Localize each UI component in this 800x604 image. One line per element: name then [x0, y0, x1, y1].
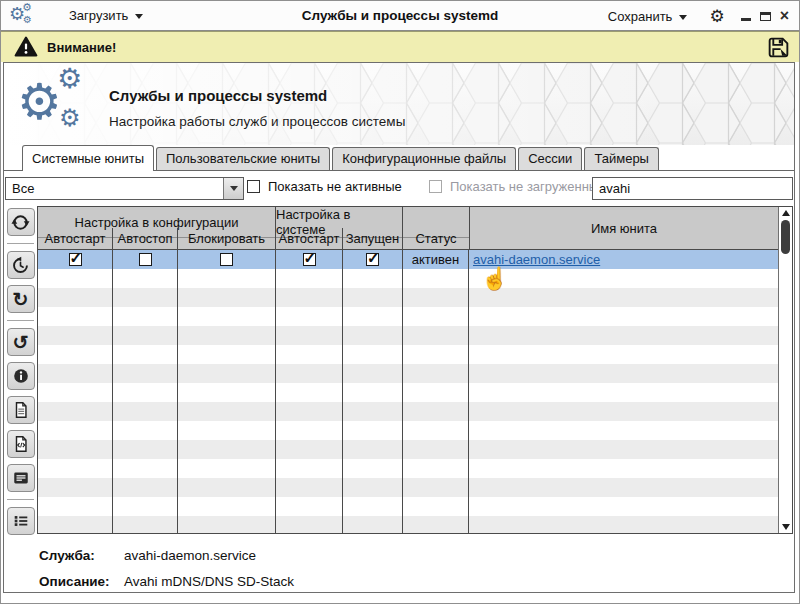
status-cell: [403, 345, 469, 364]
source-button[interactable]: [7, 430, 35, 458]
status-cell: [403, 421, 469, 440]
checkbox-label: Показать не загруженные: [450, 179, 605, 194]
description-label: Описание:: [39, 574, 124, 589]
status-cell: [403, 440, 469, 459]
list-button[interactable]: [7, 507, 35, 535]
table-row[interactable]: активенavahi-daemon.service: [38, 250, 778, 269]
checkbox-box: [429, 180, 442, 193]
table-row: [38, 364, 778, 383]
unit-name-cell: [469, 326, 778, 345]
column-header-running[interactable]: Запущен: [343, 228, 403, 249]
status-cell: [403, 516, 469, 533]
chevron-down-icon: [679, 15, 687, 20]
minimize-button[interactable]: [741, 18, 751, 21]
table-row: [38, 497, 778, 516]
unit-name-cell: [469, 459, 778, 478]
scroll-up-button[interactable]: [779, 207, 792, 219]
triangle-down-icon: [782, 524, 790, 530]
undo-icon: ↺: [13, 333, 29, 352]
unit-name-cell: [469, 402, 778, 421]
table-row: [38, 326, 778, 345]
gear-icon: ⚙: [59, 106, 81, 130]
unit-name-cell: [469, 269, 778, 288]
table-header: Настройка в конфигурации Настройка в сис…: [38, 207, 778, 250]
column-header-autostart-config[interactable]: Автостарт: [38, 228, 113, 249]
units-table: Настройка в конфигурации Настройка в сис…: [37, 206, 793, 534]
autostart-config-checkbox[interactable]: [69, 253, 82, 266]
column-header-status[interactable]: Статус: [403, 228, 469, 249]
close-button[interactable]: ×: [780, 8, 789, 24]
checkbox-label: Показать не активные: [268, 179, 402, 194]
info-button[interactable]: [7, 362, 35, 390]
unit-name-link[interactable]: avahi-daemon.service: [473, 252, 600, 267]
scrollbar-thumb[interactable]: [781, 220, 790, 254]
toolbar-separator: [7, 499, 34, 500]
save-menu-button[interactable]: Сохранить: [602, 8, 694, 25]
autostop-config-checkbox[interactable]: [139, 253, 152, 266]
unit-name-cell: [469, 345, 778, 364]
table-row: [38, 516, 778, 533]
table-row: [38, 459, 778, 478]
toolbar-separator: [7, 320, 34, 321]
tab-0[interactable]: Системные юниты: [22, 145, 154, 171]
tab-bar: Системные юнитыПользовательские юнитыКон…: [4, 145, 794, 171]
warning-triangle-icon: [13, 35, 39, 59]
service-value: avahi-daemon.service: [124, 548, 256, 563]
combobox-value: Все: [6, 178, 223, 199]
unit-name-cell: [469, 516, 778, 533]
cursor-hand-icon: ☝: [481, 266, 508, 292]
chevron-down-icon: [135, 14, 143, 19]
chevron-down-icon: [230, 186, 238, 191]
checkbox-box[interactable]: [247, 180, 260, 193]
settings-gear-icon[interactable]: ⚙: [709, 8, 724, 25]
unit-name-cell: [469, 383, 778, 402]
console-button[interactable]: [7, 464, 35, 492]
module-header: ⚙ ⚙ ⚙ Службы и процессы systemd Настройк…: [4, 63, 794, 145]
table-row: [38, 383, 778, 402]
unit-name-cell: [469, 307, 778, 326]
tab-3[interactable]: Сессии: [518, 147, 582, 170]
app-gears-icon: ⚙ ⚙ ⚙: [9, 4, 37, 28]
table-row: [38, 478, 778, 497]
refresh-button[interactable]: [7, 208, 35, 236]
undo-button[interactable]: ↺: [7, 328, 35, 356]
block-config-checkbox[interactable]: [220, 253, 233, 266]
combobox-dropdown-button[interactable]: [223, 178, 243, 199]
column-header-autostop-config[interactable]: Автостоп: [113, 228, 178, 249]
tab-1[interactable]: Пользовательские юниты: [156, 147, 330, 170]
table-row: [38, 345, 778, 364]
show-not-loaded-checkbox: Показать не загруженные: [429, 179, 605, 194]
autostart-system-checkbox[interactable]: [303, 253, 316, 266]
document-button[interactable]: [7, 396, 35, 424]
console-icon: [12, 469, 30, 487]
tab-2[interactable]: Конфигурационные файлы: [332, 147, 516, 170]
table-row: [38, 402, 778, 421]
scroll-down-button[interactable]: [779, 521, 792, 533]
running-checkbox[interactable]: [366, 253, 379, 266]
status-cell: [403, 288, 469, 307]
unit-filter-combobox[interactable]: Все: [5, 177, 244, 200]
status-cell: [403, 459, 469, 478]
source-icon: [12, 435, 30, 453]
service-detail-row: Служба: avahi-daemon.service: [39, 548, 256, 563]
unit-name-cell: [469, 364, 778, 383]
tab-4[interactable]: Таймеры: [584, 147, 659, 170]
column-header-unit-name[interactable]: Имя юнита: [469, 207, 778, 249]
status-cell: [403, 326, 469, 345]
maximize-button[interactable]: [760, 12, 771, 21]
load-menu-button[interactable]: Загрузить: [63, 7, 149, 24]
redo-button[interactable]: ↻: [7, 285, 35, 313]
column-header-block-config[interactable]: Блокировать: [178, 228, 276, 249]
history-button[interactable]: [7, 251, 35, 279]
gear-icon: ⚙: [22, 2, 32, 13]
search-input[interactable]: [592, 177, 793, 200]
status-cell: [403, 383, 469, 402]
status-cell: [403, 402, 469, 421]
show-inactive-checkbox[interactable]: Показать не активные: [247, 179, 402, 194]
description-value: Avahi mDNS/DNS SD-Stack: [124, 574, 294, 589]
table-row: [38, 440, 778, 459]
column-header-autostart-system[interactable]: Автостарт: [276, 228, 343, 249]
status-cell: [403, 364, 469, 383]
vertical-scrollbar[interactable]: [778, 207, 792, 533]
save-floppy-icon[interactable]: [766, 35, 791, 60]
